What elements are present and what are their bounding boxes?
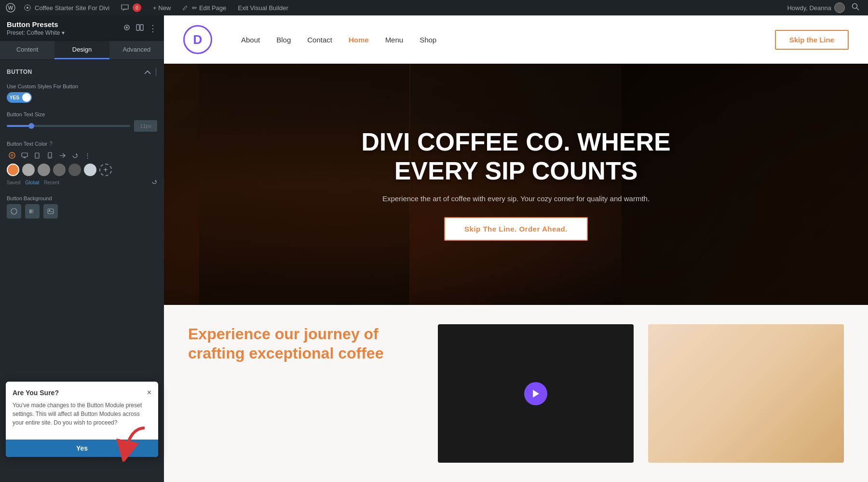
nav-about[interactable]: About [241,36,260,44]
color-swatch-gray2[interactable] [38,164,50,176]
edit-page-bar-item[interactable]: ✏ Edit Page [177,0,231,15]
bg-option-gradient[interactable] [25,204,40,219]
more-options-icon[interactable]: ⋮ [149,23,157,34]
comments-count-badge: 0 [133,3,141,12]
svg-point-16 [37,157,38,158]
arrow-right-icon[interactable] [57,150,68,161]
bg-options-row [7,204,157,219]
toggle-yes-label: YES [10,95,19,100]
main-layout: Button Presets Preset: Coffee White ▾ [0,15,868,482]
color-icons-row: ⋮ [7,150,157,161]
slider-thumb[interactable] [28,123,34,129]
confirm-close-button[interactable]: × [147,388,151,397]
site-header: D About Blog Contact Home Menu Shop Skip… [164,15,868,64]
left-panel: Button Presets Preset: Coffee White ▾ [0,15,164,482]
below-hero-section: Experience our journey of crafting excep… [164,305,868,482]
svg-rect-21 [48,209,54,214]
svg-point-7 [126,27,128,28]
mobile-icon[interactable] [44,150,55,161]
color-swatch-orange[interactable] [7,164,19,176]
divider-line: | [155,67,157,77]
text-size-input[interactable] [134,120,157,132]
user-avatar [834,2,845,13]
nav-home[interactable]: Home [349,36,369,44]
text-color-field: Button Text Color ? [7,140,157,187]
search-icon[interactable] [847,3,864,13]
text-size-label: Button Text Size [7,111,157,117]
tab-design[interactable]: Design [54,41,109,59]
hero-title: DIVI COFFEE CO. WHERE EVERY SIP COUNTS [347,128,685,186]
custom-styles-toggle[interactable]: YES [7,92,32,103]
tab-advanced[interactable]: Advanced [109,41,164,59]
site-name-bar-item[interactable]: Coffee Starter Site For Divi [19,0,114,15]
color-swatches-row: + [7,164,157,176]
svg-rect-9 [140,25,143,30]
help-icon: ? [49,140,53,147]
below-col-video [438,324,634,463]
hero-cta-button[interactable]: Skip The Line. Order Ahead. [444,217,588,241]
color-edit-icon[interactable] [7,150,17,161]
custom-styles-field: Use Custom Styles For Button YES [7,83,157,103]
preview-icon[interactable] [122,24,131,33]
exit-builder-bar-item[interactable]: Exit Visual Builder [233,0,293,15]
svg-point-11 [11,154,14,157]
bg-option-circle[interactable] [7,204,21,219]
color-swatch-gray3[interactable] [53,164,66,176]
confirm-yes-button[interactable]: Yes [6,440,158,457]
play-button[interactable] [524,382,547,405]
text-size-slider-track[interactable] [7,125,130,127]
text-color-label: Button Text Color ? [7,140,157,147]
nav-contact[interactable]: Contact [307,36,332,44]
site-nav: About Blog Contact Home Menu Shop [241,36,775,44]
bg-option-image[interactable] [43,204,58,219]
global-label: Global [25,180,39,185]
columns-icon[interactable] [136,24,144,33]
new-bar-item[interactable]: + New [148,0,176,15]
recent-label: Recent [44,180,59,185]
panel-header-icons: ⋮ [122,23,157,34]
svg-rect-8 [136,25,139,30]
reset-icon[interactable] [69,150,80,161]
more-color-icon[interactable]: ⋮ [82,150,93,161]
custom-styles-label: Use Custom Styles For Button [7,83,157,89]
color-swatch-gray4[interactable] [68,164,81,176]
below-heading: Experience our journey of crafting excep… [188,324,423,363]
saved-label: Saved [7,180,20,185]
nav-shop[interactable]: Shop [420,36,436,44]
button-section-title: Button [7,69,32,75]
panel-title: Button Presets [7,20,65,28]
svg-line-5 [856,8,859,10]
hero-section: DIVI COFFEE CO. WHERE EVERY SIP COUNTS E… [164,64,868,305]
wp-admin-bar: W Coffee Starter Site For Divi 0 + New ✏… [0,0,868,15]
desktop-icon[interactable] [19,150,30,161]
wp-logo-icon[interactable]: W [4,1,17,14]
confirm-title: Are You Sure? [13,389,59,397]
tab-content[interactable]: Content [0,41,54,59]
right-preview: D About Blog Contact Home Menu Shop Skip… [164,15,868,482]
svg-point-19 [11,208,17,214]
howdy-text: Howdy, Deanna [787,2,845,13]
below-col-text: Experience our journey of crafting excep… [188,324,423,463]
svg-rect-12 [22,153,27,157]
site-logo: D [183,25,212,54]
slider-fill [7,125,31,127]
nav-blog[interactable]: Blog [276,36,291,44]
color-reset-small[interactable] [151,178,157,187]
collapse-icon[interactable] [144,68,151,76]
comments-bar-item[interactable]: 0 [116,0,146,15]
text-size-field: Button Text Size [7,111,157,132]
toggle-knob [22,93,31,102]
add-color-swatch[interactable]: + [99,164,112,176]
text-size-slider-row [7,120,157,132]
nav-menu[interactable]: Menu [385,36,404,44]
svg-text:W: W [8,5,14,11]
svg-rect-20 [29,209,35,213]
svg-point-3 [27,7,28,9]
tablet-icon[interactable] [32,150,42,161]
bg-label: Button Background [7,195,157,201]
below-col-image [648,324,844,463]
skip-line-header-button[interactable]: Skip the Line [775,30,849,50]
confirm-dialog-header: Are You Sure? × [13,388,151,397]
color-swatch-gray1[interactable] [22,164,35,176]
color-swatch-gray5[interactable] [84,164,96,176]
